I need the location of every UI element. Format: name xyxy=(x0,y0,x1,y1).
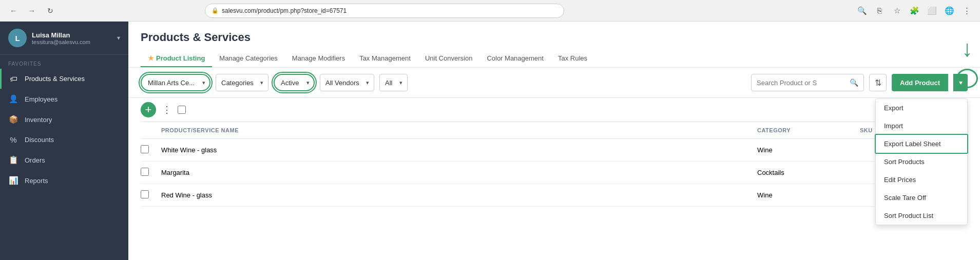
page-title: Products & Services xyxy=(141,31,968,44)
col-header-category: CATEGORY xyxy=(757,127,860,133)
add-row-button[interactable]: + xyxy=(141,102,156,117)
sort-icon: ⇅ xyxy=(875,78,881,88)
favorites-label: FAVORITES xyxy=(0,55,128,69)
tab-manage-modifiers[interactable]: Manage Modifiers xyxy=(285,50,352,67)
row-check-1[interactable] xyxy=(141,145,161,155)
extension-icon[interactable]: 🧩 xyxy=(907,4,921,18)
row-actions-area: + ⋮ xyxy=(141,98,968,122)
more-actions-icon[interactable]: ⋮ xyxy=(160,102,174,117)
sidebar-item-discounts[interactable]: % Discounts xyxy=(0,130,128,150)
row-checkbox-3[interactable] xyxy=(141,190,149,198)
status-filter[interactable]: Active xyxy=(274,74,315,91)
table-row: White Wine - glass Wine 7 xyxy=(141,139,968,162)
row-checkbox-1[interactable] xyxy=(141,145,149,153)
sidebar-item-label-employees: Employees xyxy=(25,95,57,103)
store-filter-wrapper: Millan Arts Ce... xyxy=(141,74,210,91)
menu-item-export-label-sheet[interactable]: Export Label Sheet xyxy=(876,135,967,153)
sidebar-item-reports[interactable]: 📊 Reports xyxy=(0,170,128,191)
row-check-3[interactable] xyxy=(141,190,161,200)
discounts-icon: % xyxy=(8,135,18,144)
all-filter[interactable]: All xyxy=(379,74,408,91)
row-name-1: White Wine - glass xyxy=(161,146,757,154)
search-page-icon[interactable]: 🔍 xyxy=(855,4,869,18)
toolbar: Millan Arts Ce... Categories Active All … xyxy=(128,68,980,98)
table-area: + ⋮ PRODUCT/SERVICE NAME CATEGORY SKU PR… xyxy=(128,98,980,260)
table-row: Red Wine - glass Wine 8.00 xyxy=(141,184,968,207)
sidebar-item-orders[interactable]: 📋 Orders xyxy=(0,150,128,170)
row-name-3: Red Wine - glass xyxy=(161,191,757,199)
dropdown-menu: Export Import Export Label Sheet Sort Pr… xyxy=(875,98,968,225)
categories-filter[interactable]: Categories xyxy=(216,74,268,91)
back-button[interactable]: ← xyxy=(6,4,21,18)
sidebar-item-label-products: Products & Services xyxy=(25,75,85,83)
sidebar-item-label-inventory: Inventory xyxy=(25,116,52,124)
user-email: tessitura@salesvu.com xyxy=(32,39,112,45)
sidebar-item-label-orders: Orders xyxy=(25,156,45,164)
user-menu-chevron[interactable]: ▾ xyxy=(117,34,120,42)
user-info: Luisa Millan tessitura@salesvu.com xyxy=(32,31,112,45)
search-wrapper: 🔍 xyxy=(751,74,864,91)
bookmark-icon[interactable]: ☆ xyxy=(890,4,904,18)
sidebar-user[interactable]: L Luisa Millan tessitura@salesvu.com ▾ xyxy=(0,22,128,55)
sidebar-item-employees[interactable]: 👤 Employees xyxy=(0,89,128,109)
profile-icon[interactable]: 🌐 xyxy=(942,4,956,18)
add-product-button[interactable]: Add Product xyxy=(892,74,948,91)
col-header-name: PRODUCT/SERVICE NAME xyxy=(161,127,757,133)
tab-tax-management[interactable]: Tax Management xyxy=(352,50,418,67)
employees-icon: 👤 xyxy=(8,94,18,104)
dropdown-arrow-button[interactable]: ▾ xyxy=(953,74,968,91)
tab-color-management[interactable]: Color Management xyxy=(479,50,551,67)
browser-actions: 🔍 ⎘ ☆ 🧩 ⬜ 🌐 ⋮ xyxy=(855,4,974,18)
lock-icon: 🔒 xyxy=(212,7,219,14)
vendors-filter[interactable]: All Vendors xyxy=(320,74,374,91)
page-tabs: ★Product Listing Manage Categories Manag… xyxy=(141,50,968,67)
avatar: L xyxy=(8,29,27,47)
username: Luisa Millan xyxy=(32,31,112,39)
browser-chrome: ← → ↻ 🔒 salesvu.com/product/pm.php?store… xyxy=(0,0,980,22)
sidebar-item-products[interactable]: 🏷 Products & Services xyxy=(0,69,128,89)
sidebar-item-inventory[interactable]: 📦 Inventory xyxy=(0,109,128,130)
search-icon: 🔍 xyxy=(850,78,858,87)
refresh-button[interactable]: ↻ xyxy=(43,4,57,18)
row-category-1: Wine xyxy=(757,146,860,154)
vendors-filter-wrapper: All Vendors xyxy=(320,74,374,91)
search-input[interactable] xyxy=(757,79,850,87)
products-icon: 🏷 xyxy=(8,74,18,83)
menu-item-edit-prices[interactable]: Edit Prices xyxy=(876,171,967,189)
status-filter-wrapper: Active xyxy=(274,74,315,91)
row-category-3: Wine xyxy=(757,191,860,199)
row-checkbox-2[interactable] xyxy=(141,168,149,176)
menu-item-sort-product-list[interactable]: Sort Product List xyxy=(876,207,967,225)
row-check-2[interactable] xyxy=(141,168,161,177)
screenshot-icon[interactable]: ⎘ xyxy=(872,4,887,18)
table-row: Margarita Cocktails 8 xyxy=(141,162,968,184)
select-all-checkbox[interactable] xyxy=(178,106,186,114)
page-header: Products & Services ★Product Listing Man… xyxy=(128,22,980,68)
tab-tax-rules[interactable]: Tax Rules xyxy=(551,50,594,67)
window-icon[interactable]: ⬜ xyxy=(925,4,939,18)
row-name-2: Margarita xyxy=(161,169,757,176)
menu-item-import[interactable]: Import xyxy=(876,117,967,135)
inventory-icon: 📦 xyxy=(8,115,18,124)
sidebar-item-label-reports: Reports xyxy=(25,177,48,185)
app-layout: L Luisa Millan tessitura@salesvu.com ▾ F… xyxy=(0,22,980,260)
orders-icon: 📋 xyxy=(8,155,18,165)
all-filter-wrapper: All xyxy=(379,74,408,91)
forward-button[interactable]: → xyxy=(25,4,39,18)
menu-item-sort-products[interactable]: Sort Products xyxy=(876,153,967,171)
reports-icon: 📊 xyxy=(8,176,18,185)
main-content: Products & Services ★Product Listing Man… xyxy=(128,22,980,260)
row-category-2: Cocktails xyxy=(757,169,860,176)
sidebar-item-label-discounts: Discounts xyxy=(25,136,54,144)
menu-icon[interactable]: ⋮ xyxy=(959,4,974,18)
menu-item-scale-tare-off[interactable]: Scale Tare Off xyxy=(876,189,967,207)
address-bar[interactable]: 🔒 salesvu.com/product/pm.php?store_id=67… xyxy=(205,4,564,18)
tab-manage-categories[interactable]: Manage Categories xyxy=(212,50,284,67)
sort-button[interactable]: ⇅ xyxy=(869,74,887,91)
menu-item-export[interactable]: Export xyxy=(876,99,967,117)
categories-filter-wrapper: Categories xyxy=(216,74,268,91)
url-text: salesvu.com/product/pm.php?store_id=6757… xyxy=(222,7,347,14)
tab-product-listing[interactable]: ★Product Listing xyxy=(141,50,212,67)
tab-unit-conversion[interactable]: Unit Conversion xyxy=(418,50,480,67)
store-filter[interactable]: Millan Arts Ce... xyxy=(141,74,210,91)
